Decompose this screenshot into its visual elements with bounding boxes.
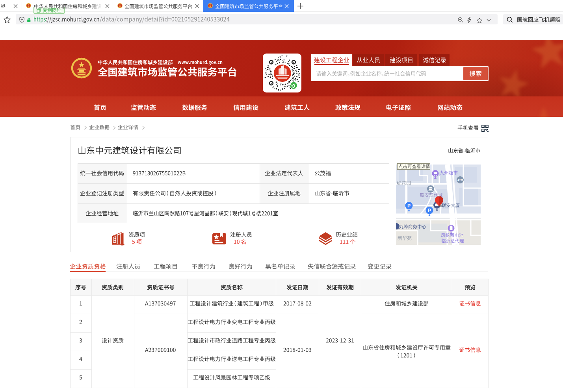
svg-text:ATM: ATM (457, 179, 463, 181)
svg-text:P: P (428, 208, 431, 213)
svg-text:P: P (407, 203, 411, 209)
